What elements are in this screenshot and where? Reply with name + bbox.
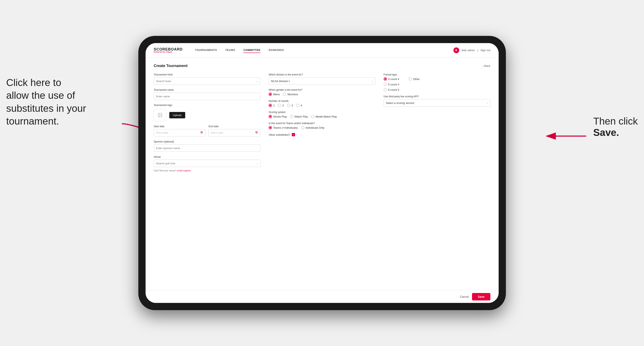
tournament-host-group: Tournament Host ⌄ bbox=[154, 73, 260, 85]
scoring-match-label: Match Play bbox=[295, 115, 308, 118]
format-6count4-label: 6 count 4 bbox=[388, 83, 399, 86]
venue-input[interactable]: ⌄ bbox=[154, 160, 260, 167]
rounds-3-radio[interactable] bbox=[287, 104, 290, 107]
nav-committee[interactable]: COMMITTEE bbox=[244, 47, 260, 53]
format-other-radio[interactable] bbox=[408, 77, 412, 81]
tournament-logo-group: Tournament logo Upload bbox=[154, 104, 260, 121]
rounds-1-radio[interactable] bbox=[269, 104, 272, 107]
teams-teams-option[interactable]: Teams (+Individuals) bbox=[269, 126, 298, 129]
avatar: B bbox=[454, 47, 459, 53]
tournament-name-field[interactable] bbox=[156, 95, 258, 98]
scoring-stroke-radio[interactable] bbox=[269, 115, 272, 118]
start-date-label: Start date bbox=[154, 125, 206, 128]
substitutes-row: Allow substitutes? ✓ bbox=[269, 133, 375, 136]
rounds-2-option[interactable]: 2 bbox=[278, 104, 284, 107]
venue-group: Venue ⌄ Can't find your venue? email sup… bbox=[154, 156, 260, 172]
logo-upload-area: Upload bbox=[154, 109, 260, 121]
rounds-2-radio[interactable] bbox=[278, 104, 281, 107]
scoring-system-radio-row: Stroke Play Match Play Medal Match Play bbox=[269, 115, 375, 118]
logo: SCOREBOARD Powered by clippd bbox=[154, 47, 183, 53]
tablet-device: SCOREBOARD Powered by clippd TOURNAMENTS… bbox=[138, 36, 506, 310]
email-support-link[interactable]: email support bbox=[177, 169, 190, 172]
annotation-right: Then click Save. bbox=[593, 116, 638, 138]
format-other-option[interactable]: Other bbox=[408, 77, 420, 81]
gender-mens-radio[interactable] bbox=[269, 93, 272, 96]
format-label: Format type bbox=[384, 73, 490, 76]
rounds-3-option[interactable]: 3 bbox=[287, 104, 293, 107]
start-date-placeholder: Pick a date bbox=[156, 131, 168, 134]
division-select[interactable]: NCAA Division I bbox=[269, 77, 375, 85]
scoring-medal-radio[interactable] bbox=[311, 115, 314, 118]
end-date-input[interactable]: Pick a date 📅 bbox=[208, 129, 260, 137]
venue-footer: Can't find your venue? email support bbox=[154, 169, 260, 172]
teams-individuals-option[interactable]: Individuals Only bbox=[301, 126, 324, 129]
teams-label: Is this event for Teams and/or Individua… bbox=[269, 122, 375, 125]
sponsor-label: Sponsor (optional) bbox=[154, 140, 260, 143]
substitutes-checkbox[interactable]: ✓ bbox=[292, 133, 295, 136]
tournament-host-field[interactable] bbox=[156, 80, 256, 83]
form-column-1: Tournament Host ⌄ Tournament name bbox=[154, 73, 260, 172]
format-5count4-radio[interactable] bbox=[384, 77, 387, 81]
save-button[interactable]: Save bbox=[472, 293, 490, 300]
scoring-match-option[interactable]: Match Play bbox=[290, 115, 308, 118]
annotation-left: Click here to allow the use of substitut… bbox=[6, 76, 86, 128]
start-date-input[interactable]: Pick a date 📅 bbox=[154, 129, 206, 137]
logo-powered: Powered by clippd bbox=[154, 51, 183, 53]
scoring-stroke-option[interactable]: Stroke Play bbox=[269, 115, 287, 118]
nav-right: B blair admin | Sign out bbox=[454, 47, 490, 53]
nav-rankings[interactable]: RANKINGS bbox=[269, 47, 284, 53]
rounds-2-label: 2 bbox=[282, 104, 284, 107]
main-content: Create Tournament ‹ Back Tournament Host… bbox=[146, 57, 499, 290]
tournament-logo-label: Tournament logo bbox=[154, 104, 260, 107]
end-date-label: End date bbox=[208, 125, 260, 128]
upload-button[interactable]: Upload bbox=[169, 112, 185, 118]
rounds-radio-row: 1 2 3 4 bbox=[269, 104, 375, 107]
form-column-2: Which division is the event for? NCAA Di… bbox=[269, 73, 375, 172]
rounds-4-radio[interactable] bbox=[296, 104, 300, 107]
rounds-group: Number of rounds 1 2 bbox=[269, 100, 375, 107]
sponsor-input[interactable] bbox=[154, 144, 260, 152]
sponsor-field[interactable] bbox=[156, 147, 258, 150]
form-grid: Tournament Host ⌄ Tournament name bbox=[154, 73, 490, 172]
date-row: Start date Pick a date 📅 End date Pick a… bbox=[154, 125, 260, 137]
format-5count4-option[interactable]: 5 count 4 bbox=[384, 77, 399, 81]
format-6count5-option[interactable]: 6 count 5 bbox=[384, 88, 490, 91]
tournament-host-input[interactable]: ⌄ bbox=[154, 77, 260, 85]
scoring-api-label: Use third-party live scoring API? bbox=[384, 95, 490, 98]
scoring-api-select[interactable]: Select a scoring service bbox=[384, 99, 490, 107]
gender-womens-option[interactable]: Womens bbox=[283, 93, 298, 96]
navbar: SCOREBOARD Powered by clippd TOURNAMENTS… bbox=[146, 43, 499, 57]
nav-separator: | bbox=[477, 49, 478, 52]
venue-label: Venue bbox=[154, 156, 260, 158]
gender-group: Which gender is the event for? Mens Wome… bbox=[269, 88, 375, 96]
tournament-name-input[interactable] bbox=[154, 93, 260, 100]
rounds-label: Number of rounds bbox=[269, 100, 375, 103]
venue-field[interactable] bbox=[156, 162, 256, 165]
rounds-4-option[interactable]: 4 bbox=[296, 104, 302, 107]
scoring-match-radio[interactable] bbox=[290, 115, 294, 118]
format-group: Format type 5 count 4 Other bbox=[384, 73, 490, 91]
rounds-1-option[interactable]: 1 bbox=[269, 104, 274, 107]
format-6count4-radio[interactable] bbox=[384, 83, 387, 86]
format-6count5-radio[interactable] bbox=[384, 88, 387, 91]
teams-individuals-radio[interactable] bbox=[301, 126, 304, 129]
sign-out-link[interactable]: Sign out bbox=[480, 49, 490, 52]
teams-teams-radio[interactable] bbox=[269, 126, 272, 129]
gender-mens-option[interactable]: Mens bbox=[269, 93, 280, 96]
format-6count4-option[interactable]: 6 count 4 bbox=[384, 83, 490, 86]
cancel-button[interactable]: Cancel bbox=[460, 295, 469, 298]
back-button[interactable]: ‹ Back bbox=[483, 64, 490, 67]
start-date-group: Start date Pick a date 📅 bbox=[154, 125, 206, 137]
sponsor-group: Sponsor (optional) bbox=[154, 140, 260, 152]
gender-womens-radio[interactable] bbox=[283, 93, 286, 96]
host-chevron-icon: ⌄ bbox=[256, 80, 258, 82]
scoring-medal-option[interactable]: Medal Match Play bbox=[311, 115, 337, 118]
nav-tournaments[interactable]: TOURNAMENTS bbox=[195, 47, 217, 53]
nav-teams[interactable]: TEAMS bbox=[225, 47, 235, 53]
format-options: 5 count 4 Other 6 count 4 bbox=[384, 77, 490, 91]
scoring-system-group: Scoring system Stroke Play Match Play bbox=[269, 111, 375, 118]
calendar-icon-2: 📅 bbox=[255, 131, 258, 134]
division-select-wrapper: NCAA Division I ⌄ bbox=[269, 77, 375, 85]
scoring-medal-label: Medal Match Play bbox=[316, 115, 337, 118]
form-column-3: Format type 5 count 4 Other bbox=[384, 73, 490, 172]
